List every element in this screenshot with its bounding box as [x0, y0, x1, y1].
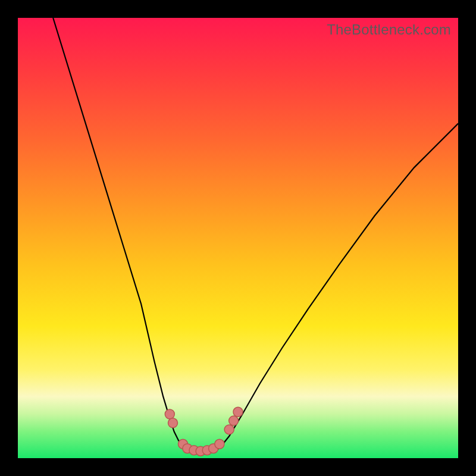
chart-frame: TheBottleneck.com — [0, 0, 476, 476]
data-marker — [165, 409, 174, 419]
curve-svg — [18, 18, 458, 458]
data-marker — [229, 416, 239, 425]
marker-group — [165, 407, 243, 456]
curve-left — [53, 18, 183, 447]
data-marker — [233, 407, 243, 416]
plot-area: TheBottleneck.com — [18, 18, 458, 458]
data-marker — [168, 418, 178, 428]
data-marker — [215, 439, 224, 449]
curve-right — [220, 124, 458, 447]
data-marker — [224, 425, 234, 434]
